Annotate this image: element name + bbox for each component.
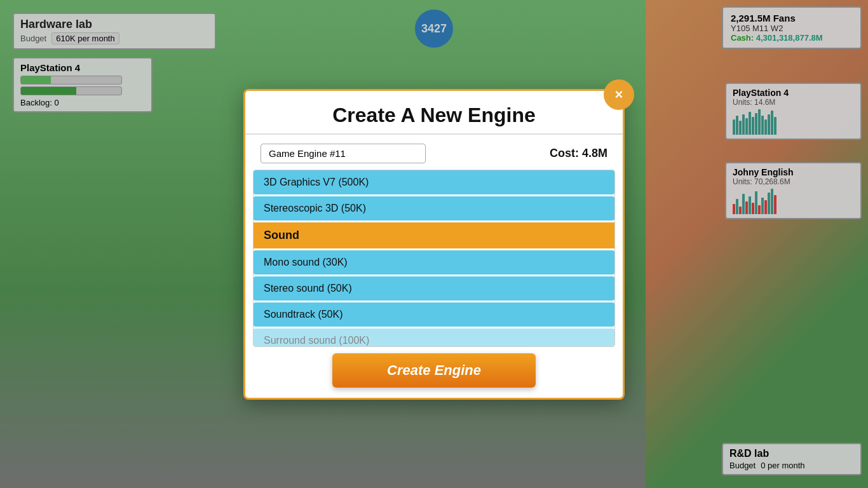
feature-stereoscopic[interactable]: Stereoscopic 3D (50K) — [254, 196, 614, 220]
modal-title: Create A New Engine — [245, 91, 623, 135]
feature-surround-sound[interactable]: Surround sound (100K) — [254, 329, 614, 346]
feature-3d-graphics[interactable]: 3D Graphics V7 (500K) — [254, 170, 614, 194]
feature-mono-sound[interactable]: Mono sound (30K) — [254, 250, 614, 274]
modal-overlay: × Create A New Engine Cost: 4.8M 3D Grap… — [0, 0, 868, 488]
create-engine-label: Create Engine — [387, 362, 481, 378]
create-engine-modal: × Create A New Engine Cost: 4.8M 3D Grap… — [243, 89, 625, 400]
create-engine-button[interactable]: Create Engine — [332, 353, 536, 388]
feature-soundtrack[interactable]: Soundtrack (50K) — [254, 302, 614, 327]
engine-name-input[interactable] — [261, 144, 426, 163]
modal-close-button[interactable]: × — [604, 79, 634, 110]
engine-cost: Cost: 4.8M — [550, 147, 607, 160]
feature-category-sound: Sound — [254, 222, 614, 248]
modal-name-row: Cost: 4.8M — [245, 135, 623, 170]
close-icon: × — [615, 86, 623, 103]
feature-list[interactable]: 3D Graphics V7 (500K) Stereoscopic 3D (5… — [253, 170, 615, 347]
feature-stereo-sound[interactable]: Stereo sound (50K) — [254, 276, 614, 301]
